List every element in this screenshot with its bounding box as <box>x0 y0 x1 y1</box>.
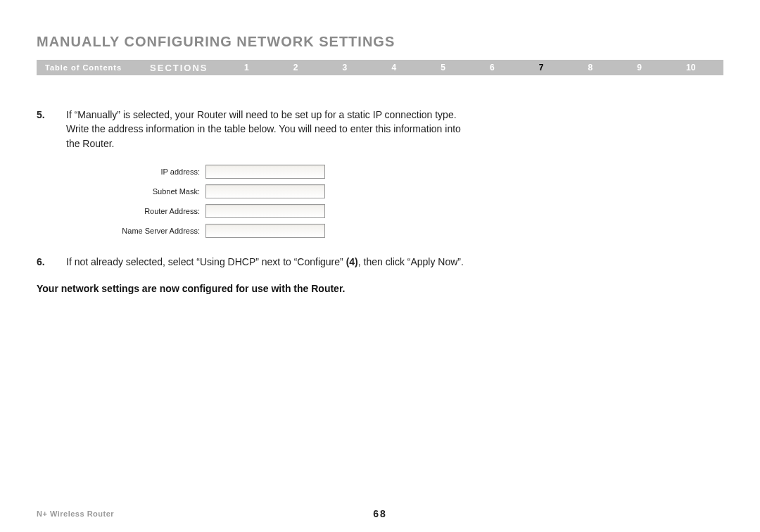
label-name-server: Name Server Address: <box>100 227 205 235</box>
field-name-server[interactable] <box>205 224 325 238</box>
step6-bold: (4) <box>346 256 358 267</box>
step-number: 6. <box>37 255 56 269</box>
sections-label: SECTIONS <box>130 63 222 73</box>
form-row-ip: IP address: <box>100 165 723 179</box>
field-router-address[interactable] <box>205 204 325 218</box>
step6-part-a: If not already selected, select “Using D… <box>66 256 346 267</box>
section-link-3[interactable]: 3 <box>343 63 348 72</box>
section-link-2[interactable]: 2 <box>293 63 298 72</box>
section-nav-bar: Table of Contents SECTIONS 1 2 3 4 5 6 7… <box>37 60 723 75</box>
section-link-4[interactable]: 4 <box>391 63 396 72</box>
content-area: 5. If “Manually” is selected, your Route… <box>37 108 723 294</box>
label-ip-address: IP address: <box>100 167 205 176</box>
step-text: If “Manually” is selected, your Router w… <box>66 108 473 151</box>
form-row-subnet: Subnet Mask: <box>100 184 723 198</box>
page-number: 68 <box>373 508 387 519</box>
section-link-10[interactable]: 10 <box>686 63 695 72</box>
section-link-8[interactable]: 8 <box>588 63 593 72</box>
toc-link[interactable]: Table of Contents <box>37 63 130 72</box>
field-ip-address[interactable] <box>205 165 325 179</box>
step6-part-c: , then click “Apply Now”. <box>358 256 464 267</box>
form-row-nameserver: Name Server Address: <box>100 224 723 238</box>
field-subnet-mask[interactable] <box>205 184 325 198</box>
ip-form: IP address: Subnet Mask: Router Address:… <box>100 165 723 238</box>
step-5: 5. If “Manually” is selected, your Route… <box>37 108 473 151</box>
form-row-router: Router Address: <box>100 204 723 218</box>
section-link-6[interactable]: 6 <box>490 63 495 72</box>
section-link-5[interactable]: 5 <box>441 63 445 72</box>
step-number: 5. <box>37 108 56 151</box>
step-text: If not already selected, select “Using D… <box>66 255 464 269</box>
section-numbers: 1 2 3 4 5 6 7 8 9 10 <box>222 63 723 72</box>
label-subnet-mask: Subnet Mask: <box>100 187 205 196</box>
section-link-1[interactable]: 1 <box>244 63 249 72</box>
section-link-7[interactable]: 7 <box>539 63 544 72</box>
footer: N+ Wireless Router 68 <box>37 509 723 518</box>
page-title: MANUALLY CONFIGURING NETWORK SETTINGS <box>37 34 723 50</box>
confirmation-text: Your network settings are now configured… <box>37 283 723 294</box>
section-link-9[interactable]: 9 <box>637 63 642 72</box>
label-router-address: Router Address: <box>100 207 205 215</box>
step-6: 6. If not already selected, select “Usin… <box>37 255 473 269</box>
footer-product: N+ Wireless Router <box>37 509 114 518</box>
